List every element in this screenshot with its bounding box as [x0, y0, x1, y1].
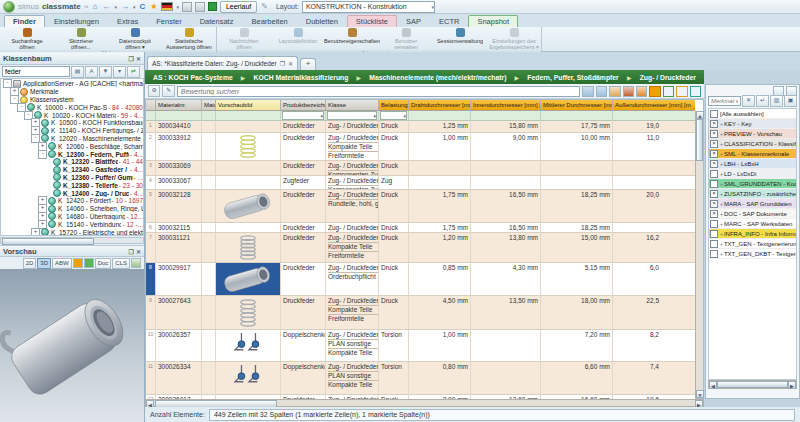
ribbon-tab-sap[interactable]: SAP — [397, 15, 430, 27]
klasse-cell[interactable]: Zug- / DruckfederKomponenten Zukauf... — [326, 176, 379, 190]
mittlerer-durchmesser-cell[interactable]: 15,00 mm — [541, 233, 613, 263]
scroll-down-icon[interactable]: ▼ — [696, 390, 704, 398]
aussendurchmesser-cell[interactable]: 16,2 — [613, 233, 695, 263]
drahtdurchmesser-cell[interactable]: 4,50 mm — [409, 296, 471, 330]
produktbezeichnung-cell[interactable]: Druckfeder — [281, 223, 326, 233]
belastung-cell[interactable]: Torsion — [379, 362, 409, 395]
materialnr-cell[interactable]: 300027643 — [156, 296, 202, 330]
refresh-icon[interactable]: C — [138, 2, 146, 12]
attachment-icon[interactable]: ✎ — [260, 2, 269, 12]
materialnr2-cell[interactable] — [202, 161, 216, 176]
item-expand-icon[interactable]: + — [720, 211, 723, 217]
settings-icon[interactable]: ⚙ — [148, 85, 160, 97]
tree-item[interactable]: K_12400 - Zug- / Druckfeder - 4... — [1, 189, 143, 197]
vorschaubild-cell[interactable] — [216, 233, 281, 263]
checkbox-icon[interactable] — [710, 230, 718, 238]
clear-search-icon[interactable]: ✕ — [742, 95, 755, 107]
checkbox-checked-icon[interactable]: × — [710, 200, 718, 208]
ribbon-tab-stückliste[interactable]: Stückliste — [347, 15, 397, 27]
list-view-icon[interactable]: ▤ — [71, 66, 84, 78]
ribbon-tab-fenster[interactable]: Fenster — [147, 15, 190, 27]
preview-mode-3d-button[interactable]: 3D — [37, 258, 51, 269]
innendurchmesser-cell[interactable]: 13,50 mm — [471, 296, 541, 330]
filter-cell[interactable] — [471, 111, 541, 121]
mail-icon[interactable] — [195, 2, 205, 12]
class-tree-hscrollbar[interactable] — [0, 237, 144, 244]
row-number-cell[interactable]: 1 — [146, 121, 156, 133]
item-expand-icon[interactable]: + — [720, 221, 723, 227]
materialnr2-cell[interactable] — [202, 190, 216, 223]
layout-combobox[interactable]: KONSTRUKTION - Konstruktion ▾ — [302, 1, 435, 13]
preview-green-icon[interactable] — [84, 258, 94, 268]
row-number-cell[interactable]: 11 — [146, 362, 156, 395]
mittlerer-durchmesser-cell[interactable]: 10,00 mm — [541, 133, 613, 161]
float-tab-icon[interactable]: ❐ — [280, 60, 285, 67]
produktbezeichnung-cell[interactable]: Druckfeder — [281, 121, 326, 133]
mark-green-icon[interactable] — [663, 86, 674, 97]
produktbezeichnung-cell[interactable]: Druckfeder — [281, 263, 326, 296]
ribbon-tab-extras[interactable]: Extras — [108, 15, 147, 27]
filter-cell[interactable] — [613, 111, 695, 121]
vscroll-thumb[interactable] — [696, 119, 703, 161]
vorschaubild-cell[interactable] — [216, 330, 281, 362]
tree-item[interactable]: -K_12020 - Maschinenelemente (mech/elekt… — [1, 135, 143, 143]
ribbon-tab-snapshot[interactable]: Snapshot — [468, 15, 518, 27]
produktbezeichnung-cell[interactable]: Druckfeder — [281, 296, 326, 330]
tree-item[interactable]: -ApplicationServer - AG [CACHE] <hartman… — [1, 80, 143, 88]
checkbox-checked-icon[interactable]: × — [710, 210, 718, 218]
belastung-cell[interactable]: Druck — [379, 296, 409, 330]
attribute-search-input[interactable] — [708, 96, 741, 106]
checkbox-icon[interactable] — [710, 110, 718, 118]
item-expand-icon[interactable]: + — [720, 241, 723, 247]
keyboard-icon[interactable] — [182, 2, 192, 12]
tree-item[interactable]: K_12320 - Blattfeder - 41 - 44 — [1, 158, 143, 166]
produktbezeichnung-cell[interactable]: Druckfeder — [281, 233, 326, 263]
attr-scroll-left-icon[interactable]: ◀ — [709, 381, 717, 389]
table-row[interactable]: 1300034410DruckfederZug- / DruckfederDru… — [146, 121, 695, 133]
aussendurchmesser-cell[interactable]: 11,0 — [613, 133, 695, 161]
float-panel-icon[interactable]: ❐ — [129, 55, 134, 62]
vorschaubild-cell[interactable] — [216, 223, 281, 233]
item-expand-icon[interactable]: + — [720, 171, 723, 177]
materialnr-cell[interactable]: 300033069 — [156, 161, 202, 176]
produktbezeichnung-cell[interactable]: Zugfeder — [281, 176, 326, 190]
materialnr2-cell[interactable] — [202, 263, 216, 296]
aussendurchmesser-cell[interactable]: 6,0 — [613, 263, 695, 296]
ribbon-tab-dubletten[interactable]: Dubletten — [297, 15, 347, 27]
vorschaubild-cell[interactable] — [216, 190, 281, 223]
innendurchmesser-cell[interactable]: 15,80 mm — [471, 121, 541, 133]
attribute-group-item[interactable]: ×+SML - Klassenmerkmale — [709, 149, 796, 159]
checkbox-checked-icon[interactable]: × — [710, 150, 718, 158]
aussendurchmesser-cell[interactable]: 8,2 — [613, 330, 695, 362]
drahtdurchmesser-cell[interactable] — [409, 161, 471, 176]
materialnr-cell[interactable]: 300033067 — [156, 176, 202, 190]
favorites-star-icon[interactable]: ★ — [149, 2, 158, 12]
belastung-cell[interactable]: Zug — [379, 176, 409, 190]
attr-scroll-right-icon[interactable]: ▶ — [788, 381, 796, 389]
refresh-data-icon[interactable] — [609, 86, 620, 97]
row-number-cell[interactable]: 5 — [146, 190, 156, 223]
vorschaubild-cell[interactable] — [216, 121, 281, 133]
item-expand-icon[interactable]: + — [720, 121, 723, 127]
table-vscrollbar[interactable]: ▲ ▼ — [695, 111, 703, 398]
row-number-cell[interactable]: 8 — [146, 263, 156, 296]
vorschaubild-cell[interactable] — [216, 362, 281, 395]
tree-item[interactable]: K_12340 - Gasfeder / Stoßdä... - 4... — [1, 166, 143, 174]
item-expand-icon[interactable]: + — [720, 131, 723, 137]
breadcrumb-segment[interactable]: KOCH Materialklassifizierung — [254, 74, 349, 81]
preview-3d-viewport[interactable] — [0, 269, 144, 422]
filter-combobox[interactable]: ▾ — [380, 111, 407, 120]
materialnr2-cell[interactable] — [202, 121, 216, 133]
aussendurchmesser-cell[interactable]: 7,4 — [613, 362, 695, 395]
tree-item[interactable]: +K_15720 - Elektrische und elektronische… — [1, 228, 143, 236]
attribute-list-hscrollbar[interactable]: ◀ ▶ — [708, 380, 797, 389]
ribbon-tab-ectr[interactable]: ECTR — [430, 15, 468, 27]
belastung-cell[interactable]: Torsion — [379, 330, 409, 362]
tree-item[interactable]: +K_11140 - KOCH Fertigungs- / Zeichnungs… — [1, 127, 143, 135]
table-row[interactable]: 5300032128DruckfederZug- / DruckfederRun… — [146, 190, 695, 223]
tree-item[interactable]: +K_15140 - Verbindungselemente - 12 -... — [1, 220, 143, 228]
tree-item[interactable]: -K_12300 - Federn, Puffer, Stoßd... - 4.… — [1, 150, 143, 158]
attribute-group-item[interactable]: +LD - LxDxDi — [709, 169, 796, 179]
klasse-cell[interactable]: Zug- / DruckfederRundteile, hohl, glatt — [326, 190, 379, 223]
attribute-group-item[interactable]: ×+CLASSIFICATION - Klassifikation — [709, 139, 796, 149]
